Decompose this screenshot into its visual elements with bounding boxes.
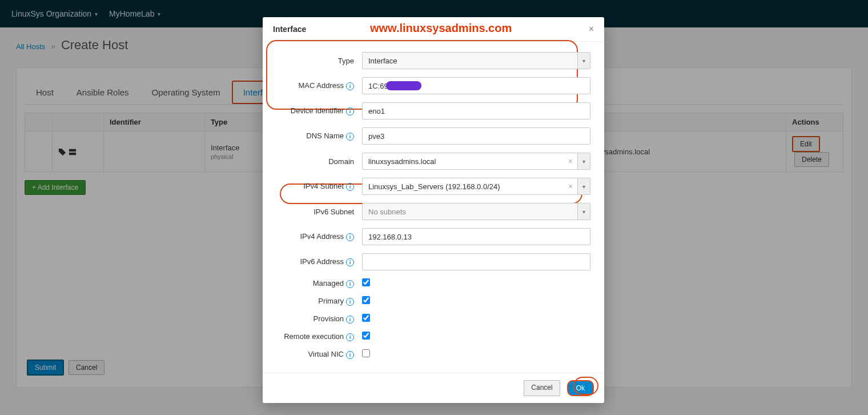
- chevron-down-icon: ▾: [577, 178, 590, 194]
- chevron-down-icon: ▾: [577, 53, 590, 69]
- modal-cancel-button[interactable]: Cancel: [524, 380, 560, 396]
- type-label: Type: [276, 57, 362, 65]
- v4addr-label: IPv4 Addressi: [276, 232, 362, 241]
- highlight-group-1: [266, 40, 578, 110]
- v6addr-label: IPv6 Addressi: [276, 257, 362, 266]
- devid-label: Device Identifieri: [276, 106, 362, 115]
- v6sub-select[interactable]: No subnets ▾: [362, 203, 590, 220]
- v4sub-value: Linuxsys_Lab_Servers (192.168.0.0/24): [368, 182, 500, 191]
- v4sub-select[interactable]: Linuxsys_Lab_Servers (192.168.0.0/24) × …: [362, 178, 590, 195]
- chevron-down-icon: ▾: [577, 203, 590, 220]
- clear-icon[interactable]: ×: [568, 157, 573, 166]
- v6sub-value: No subnets: [368, 207, 406, 216]
- redacted-block: [386, 81, 421, 90]
- devid-input[interactable]: [362, 102, 590, 119]
- type-select[interactable]: Interface ▾: [362, 52, 590, 69]
- remote-label: Remote executioni: [276, 332, 362, 341]
- provision-label: Provisioni: [276, 314, 362, 324]
- type-value: Interface: [368, 57, 397, 65]
- info-icon[interactable]: i: [346, 183, 354, 191]
- info-icon[interactable]: i: [346, 316, 354, 324]
- info-icon[interactable]: i: [346, 333, 354, 341]
- managed-checkbox[interactable]: [362, 278, 370, 286]
- primary-label: Primaryi: [276, 297, 362, 306]
- modal-title: Interface: [273, 25, 306, 34]
- domain-label: Domain: [276, 157, 362, 166]
- info-icon[interactable]: i: [346, 233, 354, 241]
- v6sub-label: IPv6 Subnet: [276, 207, 362, 216]
- chevron-down-icon: ▾: [577, 153, 590, 169]
- info-icon[interactable]: i: [346, 107, 354, 115]
- modal-ok-button[interactable]: Ok: [567, 380, 594, 396]
- mac-label: MAC Addressi: [276, 81, 362, 90]
- info-icon[interactable]: i: [346, 133, 354, 141]
- interface-modal: Interface × Type Interface ▾ MAC Address…: [263, 17, 604, 403]
- managed-label: Managedi: [276, 279, 362, 288]
- close-icon[interactable]: ×: [589, 24, 594, 34]
- domain-value: linuxsysadmins.local: [368, 157, 436, 166]
- dns-label: DNS Namei: [276, 131, 362, 141]
- remote-checkbox[interactable]: [362, 332, 370, 340]
- primary-checkbox[interactable]: [362, 296, 370, 304]
- dns-input[interactable]: [362, 127, 590, 145]
- v4addr-input[interactable]: [362, 228, 590, 245]
- info-icon[interactable]: i: [346, 82, 354, 90]
- v6addr-input[interactable]: [362, 253, 590, 270]
- info-icon[interactable]: i: [346, 298, 354, 306]
- info-icon[interactable]: i: [346, 258, 354, 266]
- virtual-checkbox[interactable]: [362, 349, 370, 357]
- clear-icon[interactable]: ×: [568, 182, 573, 191]
- virtual-label: Virtual NICi: [276, 350, 362, 359]
- v4sub-label: IPv4 Subneti: [276, 182, 362, 191]
- provision-checkbox[interactable]: [362, 314, 370, 322]
- info-icon[interactable]: i: [346, 351, 354, 359]
- domain-select[interactable]: linuxsysadmins.local × ▾: [362, 153, 590, 170]
- info-icon[interactable]: i: [346, 280, 354, 288]
